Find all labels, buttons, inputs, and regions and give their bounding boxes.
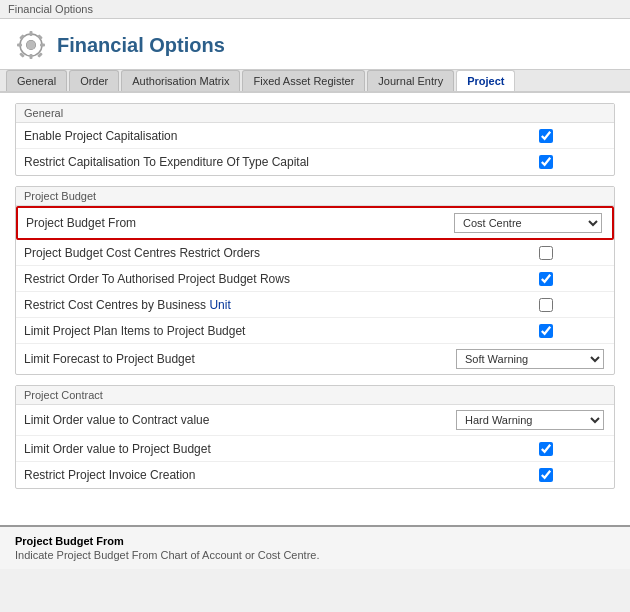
limit-forecast-row: Limit Forecast to Project Budget Soft Wa… (16, 344, 614, 374)
restrict-capitalisation-row: Restrict Capitalisation To Expenditure O… (16, 149, 614, 175)
limit-forecast-dropdown-cell: Soft Warning Hard Warning None (456, 349, 606, 369)
restrict-order-authorised-row: Restrict Order To Authorised Project Bud… (16, 266, 614, 292)
project-budget-section: Project Budget Project Budget From Cost … (15, 186, 615, 375)
tabs-bar: General Order Authorisation Matrix Fixed… (0, 70, 630, 93)
limit-project-plan-label: Limit Project Plan Items to Project Budg… (24, 324, 486, 338)
project-budget-from-dropdown-cell: Cost Centre Chart of Account (454, 213, 604, 233)
content-area: General Enable Project Capitalisation Re… (0, 93, 630, 525)
help-title: Project Budget From (15, 535, 615, 547)
tab-fixed-asset-register[interactable]: Fixed Asset Register (242, 70, 365, 91)
project-contract-section-label: Project Contract (16, 386, 614, 405)
limit-project-plan-checkbox[interactable] (539, 324, 553, 338)
enable-project-capitalisation-label: Enable Project Capitalisation (24, 129, 486, 143)
project-budget-from-dropdown[interactable]: Cost Centre Chart of Account (454, 213, 602, 233)
tab-order[interactable]: Order (69, 70, 119, 91)
enable-project-capitalisation-row: Enable Project Capitalisation (16, 123, 614, 149)
restrict-capitalisation-checkbox-cell (486, 155, 606, 169)
project-budget-rows: Project Budget From Cost Centre Chart of… (16, 206, 614, 374)
svg-rect-4 (30, 54, 33, 59)
svg-rect-5 (17, 44, 22, 47)
title-bar: Financial Options (0, 0, 630, 19)
restrict-invoice-checkbox-cell (486, 468, 606, 482)
restrict-cost-centres-checkbox-cell (486, 298, 606, 312)
svg-rect-8 (37, 34, 43, 40)
tab-journal-entry[interactable]: Journal Entry (367, 70, 454, 91)
gear-icon (15, 29, 47, 61)
tab-project[interactable]: Project (456, 70, 515, 91)
svg-rect-3 (30, 31, 33, 36)
help-text: Indicate Project Budget From Chart of Ac… (15, 549, 615, 561)
restrict-order-authorised-checkbox[interactable] (539, 272, 553, 286)
svg-rect-7 (19, 34, 25, 40)
restrict-order-authorised-label: Restrict Order To Authorised Project Bud… (24, 272, 486, 286)
enable-project-capitalisation-checkbox-cell (486, 129, 606, 143)
limit-order-budget-row: Limit Order value to Project Budget (16, 436, 614, 462)
restrict-capitalisation-label: Restrict Capitalisation To Expenditure O… (24, 155, 486, 169)
general-section: General Enable Project Capitalisation Re… (15, 103, 615, 176)
header-section: Financial Options (0, 19, 630, 70)
project-budget-from-row: Project Budget From Cost Centre Chart of… (16, 206, 614, 240)
limit-project-plan-row: Limit Project Plan Items to Project Budg… (16, 318, 614, 344)
restrict-capitalisation-checkbox[interactable] (539, 155, 553, 169)
enable-project-capitalisation-checkbox[interactable] (539, 129, 553, 143)
restrict-invoice-row: Restrict Project Invoice Creation (16, 462, 614, 488)
cost-centres-restrict-checkbox-cell (486, 246, 606, 260)
limit-order-budget-checkbox-cell (486, 442, 606, 456)
project-budget-from-label: Project Budget From (26, 216, 454, 230)
project-contract-rows: Limit Order value to Contract value Hard… (16, 405, 614, 488)
limit-order-budget-checkbox[interactable] (539, 442, 553, 456)
limit-order-contract-row: Limit Order value to Contract value Hard… (16, 405, 614, 436)
restrict-cost-centres-blue-word: Unit (209, 298, 230, 312)
restrict-cost-centres-checkbox[interactable] (539, 298, 553, 312)
limit-order-contract-dropdown[interactable]: Hard Warning Soft Warning None (456, 410, 604, 430)
title-bar-text: Financial Options (8, 3, 93, 15)
cost-centres-restrict-row: Project Budget Cost Centres Restrict Ord… (16, 240, 614, 266)
tab-general[interactable]: General (6, 70, 67, 91)
general-rows: Enable Project Capitalisation Restrict C… (16, 123, 614, 175)
limit-project-plan-checkbox-cell (486, 324, 606, 338)
restrict-cost-centres-row: Restrict Cost Centres by Business Unit (16, 292, 614, 318)
help-box: Project Budget From Indicate Project Bud… (0, 525, 630, 569)
general-section-label: General (16, 104, 614, 123)
restrict-order-authorised-checkbox-cell (486, 272, 606, 286)
limit-order-contract-dropdown-cell: Hard Warning Soft Warning None (456, 410, 606, 430)
project-budget-section-label: Project Budget (16, 187, 614, 206)
limit-order-contract-label: Limit Order value to Contract value (24, 413, 456, 427)
limit-forecast-label: Limit Forecast to Project Budget (24, 352, 456, 366)
svg-rect-6 (40, 44, 45, 47)
limit-forecast-dropdown[interactable]: Soft Warning Hard Warning None (456, 349, 604, 369)
project-contract-section: Project Contract Limit Order value to Co… (15, 385, 615, 489)
restrict-invoice-checkbox[interactable] (539, 468, 553, 482)
restrict-invoice-label: Restrict Project Invoice Creation (24, 468, 486, 482)
cost-centres-restrict-checkbox[interactable] (539, 246, 553, 260)
restrict-cost-centres-label: Restrict Cost Centres by Business Unit (24, 298, 486, 312)
svg-point-2 (27, 41, 36, 50)
page-title: Financial Options (57, 34, 225, 57)
limit-order-budget-label: Limit Order value to Project Budget (24, 442, 486, 456)
cost-centres-restrict-label: Project Budget Cost Centres Restrict Ord… (24, 246, 486, 260)
tab-authorisation-matrix[interactable]: Authorisation Matrix (121, 70, 240, 91)
